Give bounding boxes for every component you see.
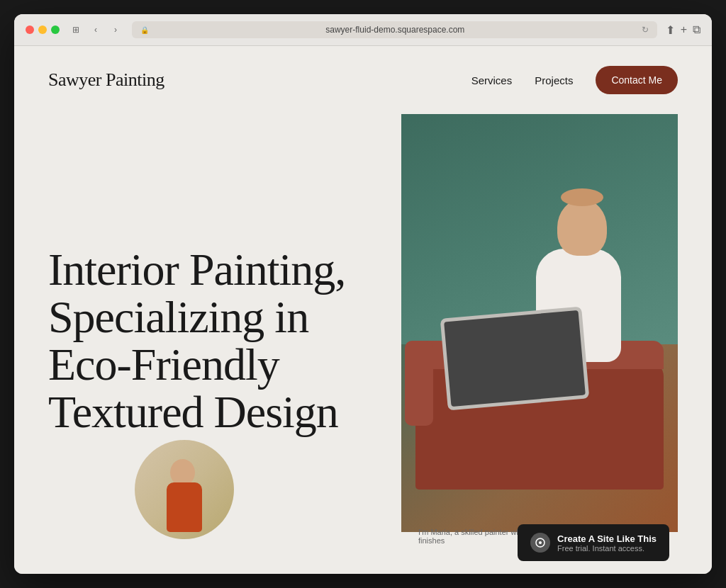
browser-window: ⊞ ‹ › 🔒 sawyer-fluid-demo.squarespace.co… (14, 14, 712, 574)
hero-section: Interior Painting, Specializing in Eco-F… (14, 114, 712, 553)
hero-heading: Interior Painting, Specializing in Eco-F… (48, 246, 360, 436)
ss-banner-title: Create A Site Like This (557, 533, 657, 544)
close-button[interactable] (26, 26, 34, 34)
nav-projects[interactable]: Projects (535, 74, 573, 86)
url-text: sawyer-fluid-demo.squarespace.com (153, 25, 637, 35)
squarespace-banner[interactable]: Create A Site Like This Free trial. Inst… (518, 524, 669, 561)
maximize-button[interactable] (51, 26, 60, 34)
browser-controls: ⊞ ‹ › (68, 22, 123, 38)
share-button[interactable]: ⬆ (666, 23, 675, 37)
sidebar-toggle[interactable]: ⊞ (68, 22, 84, 38)
browser-chrome: ⊞ ‹ › 🔒 sawyer-fluid-demo.squarespace.co… (14, 14, 712, 46)
minimize-button[interactable] (38, 26, 47, 34)
squarespace-icon (530, 533, 550, 553)
circle-person-figure (152, 461, 216, 532)
circle-image (135, 440, 234, 539)
circle-image-bg (135, 440, 234, 539)
traffic-lights (26, 26, 60, 34)
reload-icon[interactable]: ↻ (642, 25, 649, 35)
browser-action-buttons: ⬆ + ⧉ (666, 23, 700, 37)
address-bar[interactable]: 🔒 sawyer-fluid-demo.squarespace.com ↻ (132, 21, 657, 38)
lock-icon: 🔒 (140, 26, 149, 34)
new-tab-button[interactable]: + (681, 23, 687, 36)
nav-services[interactable]: Services (471, 74, 513, 86)
svg-point-1 (539, 541, 542, 544)
contact-button[interactable]: Contact Me (596, 66, 678, 94)
site-logo[interactable]: Sawyer Painting (48, 69, 164, 91)
duplicate-button[interactable]: ⧉ (693, 23, 700, 36)
forward-button[interactable]: › (108, 22, 123, 38)
circle-person-body (167, 482, 202, 532)
navigation: Sawyer Painting Services Projects Contac… (14, 46, 712, 114)
nav-links: Services Projects Contact Me (471, 66, 678, 94)
squarespace-text: Create A Site Like This Free trial. Inst… (557, 533, 657, 553)
ss-banner-subtitle: Free trial. Instant access. (557, 544, 657, 553)
back-button[interactable]: ‹ (88, 22, 104, 38)
website-content: Sawyer Painting Services Projects Contac… (14, 46, 712, 574)
